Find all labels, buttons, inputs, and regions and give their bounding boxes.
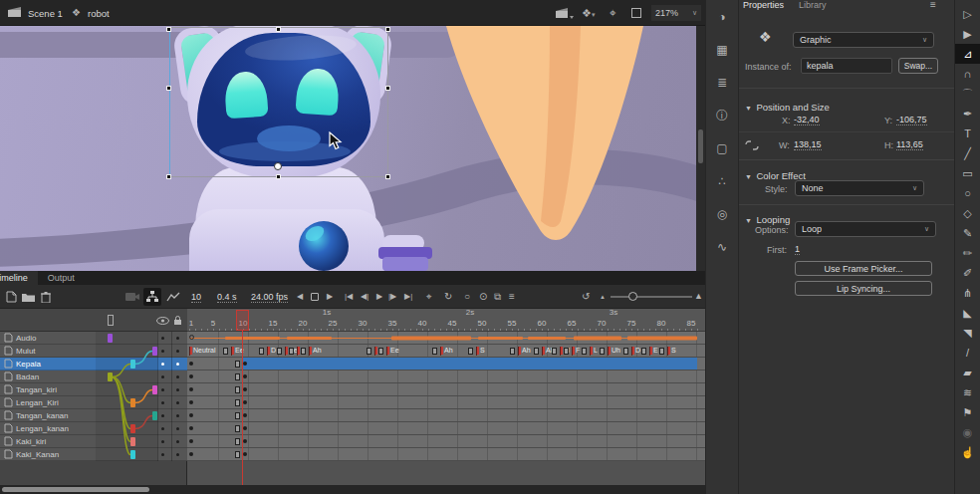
style-select[interactable]: None ∨ — [795, 180, 924, 196]
current-frame-hottext[interactable]: 10 — [191, 292, 201, 303]
layer-row-mulut[interactable]: Mulut — [0, 345, 187, 358]
edit-symbol-button[interactable]: ❖▾ — [582, 8, 595, 19]
edit-scene-button[interactable] — [556, 8, 574, 19]
delete-layer-button[interactable] — [41, 291, 51, 303]
selection-handle[interactable] — [276, 27, 281, 32]
fluid-brush-tool[interactable]: ✏ — [955, 243, 980, 263]
zoom-select[interactable]: 217% ∨ — [651, 5, 701, 21]
frames-row-lengan_kanan[interactable] — [187, 422, 705, 435]
selection-handle[interactable] — [385, 27, 390, 32]
selection-handle[interactable] — [385, 86, 390, 91]
selection-handle[interactable] — [276, 174, 281, 179]
use-frame-picker-button[interactable]: Use Frame Picker... — [795, 261, 932, 276]
swap-button[interactable]: Swap... — [898, 58, 938, 74]
w-value[interactable]: 138,15 — [794, 139, 822, 150]
layer-visible-dot[interactable] — [161, 388, 164, 391]
onion-outline-button[interactable]: ⊙ — [479, 292, 487, 302]
play-button[interactable]: ▶ — [376, 293, 382, 301]
tab-properties[interactable]: Properties — [743, 0, 784, 10]
layer-lock-dot[interactable] — [176, 375, 179, 378]
rectangle-tool[interactable]: ▭ — [955, 163, 980, 183]
text-tool[interactable]: T — [955, 124, 980, 143]
selection-handle[interactable] — [166, 27, 171, 32]
scrollbar-thumb[interactable] — [698, 129, 703, 163]
x-value[interactable]: -32,40 — [794, 115, 820, 125]
asset-warp-tool[interactable]: ⚑ — [955, 402, 980, 422]
camera-tool[interactable]: ◉ — [955, 422, 980, 442]
panel-menu-icon[interactable]: ≡ — [930, 0, 936, 10]
new-folder-button[interactable] — [22, 292, 35, 302]
layer-lock-dot[interactable] — [176, 337, 179, 340]
polystar-tool[interactable]: ◇ — [955, 203, 980, 223]
center-frame-button[interactable]: ⌖ — [610, 7, 616, 19]
arrow-tool[interactable]: ▷ — [955, 4, 980, 24]
position-size-header[interactable]: Position and Size — [756, 102, 829, 113]
layer-lock-dot[interactable] — [176, 453, 179, 456]
tab-library[interactable]: Library — [799, 0, 827, 10]
lock-column-icon[interactable] — [173, 315, 182, 326]
pan-left-button[interactable]: ◀ — [297, 293, 303, 301]
pen-tool[interactable]: ✒ — [955, 104, 980, 124]
frames-row-badan[interactable] — [187, 370, 705, 383]
slider-knob[interactable] — [628, 292, 637, 301]
step-back-button[interactable]: ◀| — [361, 293, 368, 301]
layer-row-lengan_kanan[interactable]: Lengan_kanan — [0, 422, 187, 435]
layer-row-badan[interactable]: Badan — [0, 370, 187, 383]
layer-visible-dot[interactable] — [161, 350, 164, 353]
frames-row-tangan_kiri[interactable] — [187, 383, 705, 396]
layer-lock-dot[interactable] — [176, 350, 179, 353]
playhead-marker[interactable] — [236, 310, 249, 331]
layer-visible-dot[interactable] — [161, 440, 164, 443]
shrink-frames-button[interactable]: ▲ — [600, 294, 606, 300]
info-panel-icon[interactable]: ⓘ — [707, 105, 737, 126]
frames-row-lengan_kiri[interactable] — [187, 396, 705, 409]
layer-name[interactable]: Kepala — [16, 360, 41, 369]
link-dimensions-icon[interactable] — [745, 139, 759, 151]
layer-lock-dot[interactable] — [176, 388, 179, 391]
step-forward-button[interactable]: |▶ — [388, 293, 396, 301]
go-last-frame-button[interactable]: ▶| — [404, 293, 412, 301]
frames-row-audio[interactable] — [187, 332, 705, 345]
loop-playback-button[interactable]: ↻ — [444, 292, 452, 302]
stop-button[interactable] — [311, 293, 319, 301]
layer-visible-dot[interactable] — [161, 427, 164, 430]
width-tool[interactable]: ≋ — [955, 382, 980, 402]
frame-ruler[interactable]: 15101520253035404550556065707580851s2s3s — [187, 309, 705, 332]
tab-output[interactable]: Output — [38, 271, 85, 285]
layer-visible-dot[interactable] — [161, 337, 164, 340]
oval-tool[interactable]: ○ — [955, 183, 980, 203]
selection-handle[interactable] — [166, 86, 171, 91]
enlarge-frames-button[interactable]: ▲ — [694, 292, 703, 301]
modify-markers-button[interactable]: ≡ — [509, 292, 515, 302]
edit-multiple-frames-button[interactable]: ⧉ — [494, 292, 501, 302]
lip-syncing-button[interactable]: Lip Syncing... — [795, 281, 932, 296]
layer-lock-dot[interactable] — [176, 440, 179, 443]
first-value[interactable]: 1 — [795, 244, 800, 255]
layer-name[interactable]: Lengan_Kiri — [16, 398, 59, 407]
eyedropper-tool[interactable]: / — [955, 343, 980, 363]
layer-lock-dot[interactable] — [176, 414, 179, 417]
pan-right-button[interactable]: ▶ — [327, 293, 333, 301]
layer-visible-dot[interactable] — [161, 375, 164, 378]
transform-point[interactable] — [274, 162, 282, 170]
cc-libraries-panel-icon[interactable]: ◎ — [707, 203, 737, 225]
align-panel-icon[interactable]: ≣ — [707, 72, 737, 94]
layer-lock-dot[interactable] — [176, 401, 179, 404]
pencil-tool[interactable]: ✎ — [955, 223, 980, 243]
breadcrumb-scene[interactable]: Scene 1 — [28, 8, 63, 19]
center-playhead-button[interactable]: ⌖ — [426, 292, 432, 302]
frame-size-slider[interactable] — [611, 296, 692, 298]
frames-row-mulut[interactable]: NeutralEeDEeFAhDEeAhSAhAhMFLUhDES — [187, 345, 705, 358]
hand-tool[interactable]: ☝ — [955, 442, 980, 462]
show-parenting-toggle[interactable] — [143, 288, 161, 306]
collapse-triangle-icon[interactable]: ▼ — [745, 173, 752, 180]
history-panel-icon[interactable]: ∿ — [707, 236, 737, 258]
layer-row-audio[interactable]: Audio — [0, 332, 187, 345]
brush-library-panel-icon[interactable]: ∴ — [707, 170, 737, 192]
frame-rate-hottext[interactable]: 24.00 fps — [251, 292, 288, 303]
show-graphs-toggle[interactable] — [166, 291, 180, 303]
clip-content-button[interactable] — [631, 8, 641, 18]
selection-handle[interactable] — [385, 174, 390, 179]
frames-row-kaki_kanan[interactable] — [187, 448, 705, 461]
selection-tool[interactable]: ▶ — [955, 24, 980, 44]
